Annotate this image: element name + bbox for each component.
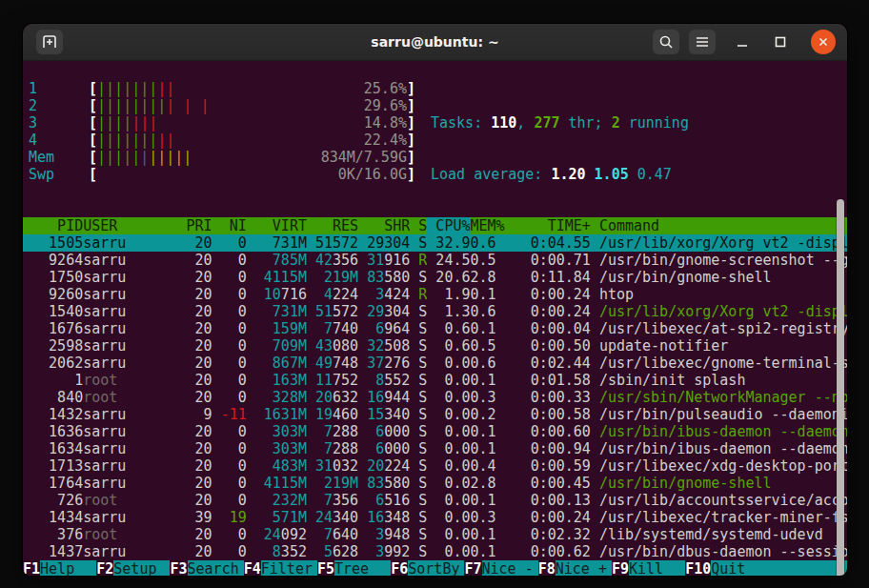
search-button[interactable]: [653, 30, 679, 54]
column-header-user[interactable]: USER: [83, 217, 177, 234]
process-row[interactable]: 1root200163M117528552S0.00.10:01.58/sbin…: [23, 372, 847, 389]
function-key-bar: F1HelpF2SetupF3SearchF4FilterF5TreeF6Sor…: [23, 560, 847, 576]
tasks-summary: Tasks: 110, 277 thr; 2 running: [431, 114, 689, 132]
column-header-pri[interactable]: PRI: [178, 217, 212, 234]
meter-2: 2[||||||||| | |29.6%]: [29, 97, 415, 114]
hamburger-menu-icon: [695, 35, 710, 49]
process-row[interactable]: 1676sarru200159M77406964S0.60.10:00.04/u…: [23, 320, 847, 337]
meter-Mem: Mem[|||||||||||834M/7.59G]: [29, 149, 415, 166]
column-header-ni[interactable]: NI: [212, 217, 247, 234]
column-header-cpu[interactable]: CPU%: [427, 217, 470, 234]
process-row[interactable]: 1540sarru200731M5157229304S1.30.60:00.24…: [23, 303, 847, 320]
process-row[interactable]: 1505sarru200731M5157229304S32.90.60:04.5…: [23, 234, 847, 252]
fn-filter[interactable]: Filter: [261, 560, 317, 576]
fn-setup[interactable]: Setup: [113, 560, 170, 576]
process-row[interactable]: 1434sarru3919571M2434016348S0.00.30:00.2…: [23, 509, 847, 526]
fn-help[interactable]: Help: [40, 560, 96, 576]
window-title: sarru@ubuntu: ~: [23, 24, 847, 60]
column-header-mem[interactable]: MEM%: [470, 217, 513, 234]
fnkey-F4: F4: [244, 560, 261, 576]
column-header-pid[interactable]: PID: [23, 217, 83, 234]
process-row[interactable]: 1634sarru200303M72886000S0.00.10:00.94/u…: [23, 440, 847, 457]
fnkey-F9: F9: [612, 560, 629, 576]
process-row[interactable]: 1432sarru9-111631M1946015340S0.00.20:00.…: [23, 406, 847, 423]
process-row[interactable]: 2062sarru200867M4974837276S0.00.60:02.44…: [23, 355, 847, 372]
fnkey-F6: F6: [391, 560, 408, 576]
column-header-shr[interactable]: SHR: [358, 217, 410, 234]
cpu-memory-meters: 1[|||||||||25.6%]2[||||||||| | |29.6%]3[…: [29, 80, 415, 183]
process-row[interactable]: 1750sarru2004115M219M83580S20.62.80:11.8…: [23, 269, 847, 286]
minimize-button[interactable]: [729, 30, 756, 54]
column-header-virt[interactable]: VIRT: [247, 217, 307, 234]
process-row[interactable]: 1636sarru200303M72886000S0.00.10:00.60/u…: [23, 423, 847, 440]
fnkey-F5: F5: [317, 560, 334, 576]
htop-screen: 1[|||||||||25.6%]2[||||||||| | |29.6%]3[…: [23, 61, 847, 576]
fnkey-F3: F3: [170, 560, 187, 576]
process-row[interactable]: 1437sarru200835256283992S0.00.10:00.62/u…: [23, 543, 847, 560]
column-header-res[interactable]: RES: [307, 217, 358, 234]
process-row[interactable]: 9264sarru200785M4235631916R24.50.50:00.7…: [23, 252, 847, 269]
fn-kill[interactable]: Kill: [629, 560, 685, 576]
meter-3: 3[|||||||14.8%]: [29, 114, 415, 132]
process-row[interactable]: 840root200328M2063216944S0.00.30:00.33/u…: [23, 389, 847, 406]
maximize-button[interactable]: [767, 30, 794, 54]
load-average: Load average: 1.20 1.05 0.47: [431, 166, 689, 183]
fn-sortby[interactable]: SortBy: [408, 560, 464, 576]
fnkey-F1: F1: [23, 560, 40, 576]
maximize-icon: [773, 34, 788, 50]
fn-quit[interactable]: Quit: [711, 560, 767, 576]
fnkey-F7: F7: [464, 560, 481, 576]
scrollbar[interactable]: [836, 199, 845, 576]
menu-button[interactable]: [689, 30, 716, 54]
fn-tree[interactable]: Tree: [334, 560, 391, 576]
close-icon: [817, 35, 830, 49]
process-row[interactable]: 2598sarru200709M4308032508S0.60.50:00.50…: [23, 337, 847, 355]
fn-search[interactable]: Search: [188, 560, 244, 576]
close-button[interactable]: [811, 30, 836, 54]
fn-nice-[interactable]: Nice +: [556, 560, 612, 576]
process-row[interactable]: 9260sarru2001071642243424R1.90.10:00.24h…: [23, 286, 847, 303]
search-icon: [658, 34, 674, 50]
fnkey-F2: F2: [96, 560, 113, 576]
meter-Swp: Swp[0K/16.0G]: [29, 166, 415, 183]
minimize-icon: [735, 34, 750, 50]
titlebar: sarru@ubuntu: ~: [23, 24, 847, 61]
fnkey-F8: F8: [538, 560, 556, 576]
column-header-cmd[interactable]: Command: [591, 217, 847, 234]
meter-1: 1[|||||||||25.6%]: [29, 80, 415, 97]
process-row[interactable]: 376root2002409276403948S0.00.10:02.32/li…: [23, 526, 847, 543]
process-row[interactable]: 1713sarru200483M3103220224S0.00.40:00.59…: [23, 457, 847, 475]
process-table-header[interactable]: PIDUSERPRINIVIRTRESSHRSCPU%MEM%TIME+Comm…: [23, 217, 847, 234]
process-row[interactable]: 726root200232M73566516S0.00.10:00.13/usr…: [23, 492, 847, 509]
fnkey-F10: F10: [685, 560, 711, 576]
meter-4: 4[|||||||||22.4%]: [29, 132, 415, 149]
process-table: 1505sarru200731M5157229304S32.90.60:04.5…: [23, 234, 847, 560]
column-header-s[interactable]: S: [410, 217, 427, 234]
terminal-window: sarru@ubuntu: ~ 1[||||||: [23, 24, 847, 576]
process-row[interactable]: 1764sarru2004115M219M83580S0.02.80:00.45…: [23, 475, 847, 492]
fn-nice-[interactable]: Nice -: [482, 560, 538, 576]
scrollbar-thumb[interactable]: [837, 199, 844, 576]
column-header-time[interactable]: TIME+: [514, 217, 591, 234]
